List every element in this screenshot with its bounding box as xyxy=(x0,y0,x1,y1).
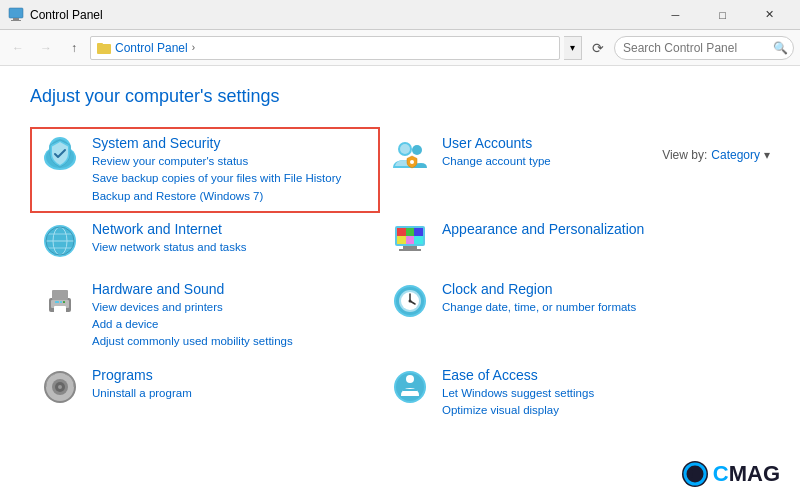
svg-rect-34 xyxy=(55,301,59,303)
ease-link-1[interactable]: Let Windows suggest settings xyxy=(442,385,720,402)
svg-rect-23 xyxy=(406,228,414,236)
svg-rect-36 xyxy=(63,301,65,303)
category-system-security: System and Security Review your computer… xyxy=(30,127,380,213)
programs-title[interactable]: Programs xyxy=(92,367,370,383)
disk-icon xyxy=(41,368,79,406)
svg-rect-28 xyxy=(403,246,417,249)
view-by-value[interactable]: Category xyxy=(711,148,760,162)
network-link-1[interactable]: View network status and tasks xyxy=(92,239,370,256)
ease-link-2[interactable]: Optimize visual display xyxy=(442,402,720,419)
svg-rect-32 xyxy=(52,290,68,300)
appearance-icon xyxy=(391,222,429,260)
svg-rect-33 xyxy=(54,306,66,314)
hardware-title[interactable]: Hardware and Sound xyxy=(92,281,370,297)
path-chevron: › xyxy=(192,42,195,53)
category-ease: Ease of Access Let Windows suggest setti… xyxy=(380,359,730,428)
ease-content: Ease of Access Let Windows suggest setti… xyxy=(442,367,720,420)
system-security-content: System and Security Review your computer… xyxy=(92,135,370,205)
svg-rect-27 xyxy=(414,236,423,244)
svg-rect-35 xyxy=(60,301,62,303)
window-controls: ─ □ ✕ xyxy=(653,0,792,30)
address-path-text[interactable]: Control Panel xyxy=(115,41,188,55)
appearance-content: Appearance and Personalization xyxy=(442,221,720,239)
clock-globe-icon xyxy=(391,282,429,320)
programs-link-1[interactable]: Uninstall a program xyxy=(92,385,370,402)
system-security-link-2[interactable]: Save backup copies of your files with Fi… xyxy=(92,170,370,187)
svg-point-11 xyxy=(400,144,410,154)
svg-point-10 xyxy=(412,145,422,155)
printer-icon xyxy=(41,282,79,320)
minimize-button[interactable]: ─ xyxy=(653,0,698,30)
title-bar: Control Panel ─ □ ✕ xyxy=(0,0,800,30)
svg-rect-26 xyxy=(406,236,414,244)
view-by-label: View by: xyxy=(662,148,707,162)
up-button[interactable]: ↑ xyxy=(62,36,86,60)
shield-icon xyxy=(41,136,79,174)
network-title[interactable]: Network and Internet xyxy=(92,221,370,237)
forward-button[interactable]: → xyxy=(34,36,58,60)
system-security-title[interactable]: System and Security xyxy=(92,135,370,151)
maximize-button[interactable]: □ xyxy=(700,0,745,30)
system-security-link-1[interactable]: Review your computer's status xyxy=(92,153,370,170)
app-icon xyxy=(8,7,24,23)
system-security-link-3[interactable]: Backup and Restore (Windows 7) xyxy=(92,188,370,205)
clock-icon xyxy=(390,281,430,321)
appearance-title[interactable]: Appearance and Personalization xyxy=(442,221,720,237)
categories-grid: System and Security Review your computer… xyxy=(30,127,730,427)
clock-content: Clock and Region Change date, time, or n… xyxy=(442,281,720,316)
system-security-icon xyxy=(40,135,80,175)
address-dropdown[interactable]: ▾ xyxy=(564,36,582,60)
svg-rect-2 xyxy=(11,20,21,21)
programs-icon xyxy=(40,367,80,407)
svg-point-51 xyxy=(406,375,414,383)
network-icon xyxy=(40,221,80,261)
cmag-logo-icon xyxy=(681,460,709,488)
search-button[interactable]: 🔍 xyxy=(773,41,788,55)
network-globe-icon xyxy=(41,222,79,260)
svg-rect-25 xyxy=(397,236,406,244)
category-appearance: Appearance and Personalization xyxy=(380,213,730,273)
refresh-button[interactable]: ⟳ xyxy=(586,36,610,60)
svg-rect-0 xyxy=(9,8,23,18)
back-button[interactable]: ← xyxy=(6,36,30,60)
hardware-icon xyxy=(40,281,80,321)
ease-title[interactable]: Ease of Access xyxy=(442,367,720,383)
clock-link-1[interactable]: Change date, time, or number formats xyxy=(442,299,720,316)
svg-point-12 xyxy=(410,160,414,164)
address-path-box[interactable]: Control Panel › xyxy=(90,36,560,60)
user-accounts-icon xyxy=(390,135,430,175)
category-hardware: Hardware and Sound View devices and prin… xyxy=(30,273,380,359)
category-programs: Programs Uninstall a program xyxy=(30,359,380,428)
watermark-text: CMAG xyxy=(713,461,780,487)
category-user-accounts: User Accounts Change account type xyxy=(380,127,730,213)
clock-title[interactable]: Clock and Region xyxy=(442,281,720,297)
hardware-link-2[interactable]: Add a device xyxy=(92,316,370,333)
close-button[interactable]: ✕ xyxy=(747,0,792,30)
search-wrapper: 🔍 xyxy=(614,36,794,60)
watermark: CMAG xyxy=(681,460,780,488)
svg-rect-29 xyxy=(399,249,421,251)
ease-icon xyxy=(390,367,430,407)
svg-point-48 xyxy=(58,385,62,389)
ease-access-icon xyxy=(391,368,429,406)
appearance-icon xyxy=(390,221,430,261)
address-bar: ← → ↑ Control Panel › ▾ ⟳ 🔍 xyxy=(0,30,800,66)
hardware-content: Hardware and Sound View devices and prin… xyxy=(92,281,370,351)
category-network: Network and Internet View network status… xyxy=(30,213,380,273)
page-title: Adjust your computer's settings xyxy=(30,86,770,107)
hardware-link-3[interactable]: Adjust commonly used mobility settings xyxy=(92,333,370,350)
folder-icon xyxy=(97,41,111,55)
svg-point-43 xyxy=(409,299,412,302)
network-content: Network and Internet View network status… xyxy=(92,221,370,256)
hardware-link-1[interactable]: View devices and printers xyxy=(92,299,370,316)
search-input[interactable] xyxy=(614,36,794,60)
users-icon xyxy=(391,136,429,174)
svg-rect-24 xyxy=(414,228,423,236)
programs-content: Programs Uninstall a program xyxy=(92,367,370,402)
svg-rect-22 xyxy=(397,228,406,236)
view-by: View by: Category ▾ xyxy=(662,148,770,162)
view-by-chevron[interactable]: ▾ xyxy=(764,148,770,162)
category-clock: Clock and Region Change date, time, or n… xyxy=(380,273,730,359)
svg-rect-1 xyxy=(13,18,19,20)
main-content: Adjust your computer's settings View by:… xyxy=(0,66,800,447)
